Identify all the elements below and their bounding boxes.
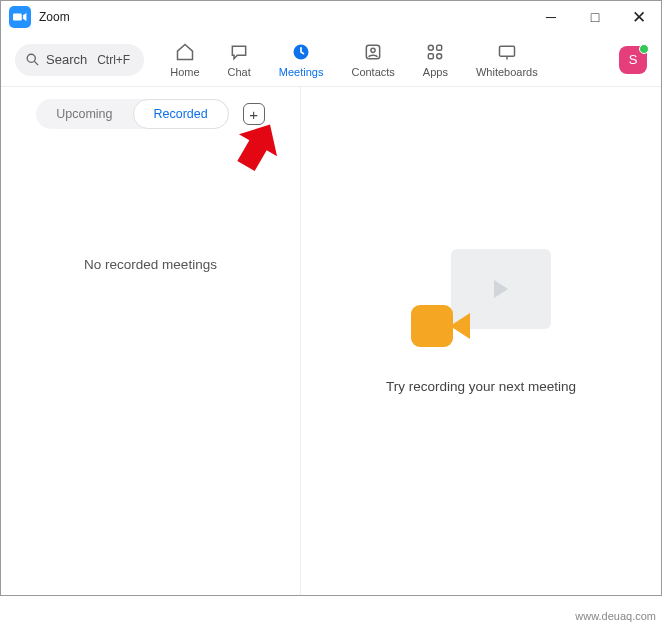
tab-recorded[interactable]: Recorded <box>133 99 229 129</box>
recording-hint: Try recording your next meeting <box>386 379 576 394</box>
left-pane: Upcoming Recorded + No recorded meetings <box>1 87 301 595</box>
apps-icon <box>424 41 446 63</box>
whiteboards-icon <box>496 41 518 63</box>
close-button[interactable]: ✕ <box>617 2 661 32</box>
recording-illustration <box>411 249 551 349</box>
search-shortcut: Ctrl+F <box>97 53 130 67</box>
meetings-icon <box>290 41 312 63</box>
nav-contacts[interactable]: Contacts <box>351 41 394 78</box>
nav-chat[interactable]: Chat <box>228 41 251 78</box>
zoom-app-icon <box>9 6 31 28</box>
svg-rect-10 <box>499 46 514 56</box>
window-title: Zoom <box>39 10 529 24</box>
titlebar: Zoom ─ □ ✕ <box>1 1 661 33</box>
no-recordings-message: No recorded meetings <box>84 257 217 272</box>
toolbar: Search Ctrl+F Home Chat Meetings <box>1 33 661 87</box>
home-icon <box>174 41 196 63</box>
svg-point-1 <box>27 54 35 62</box>
contacts-icon <box>362 41 384 63</box>
svg-rect-0 <box>13 14 22 21</box>
avatar[interactable]: S <box>619 46 647 74</box>
minimize-button[interactable]: ─ <box>529 2 573 32</box>
chat-icon <box>228 41 250 63</box>
add-meeting-button[interactable]: + <box>243 103 265 125</box>
svg-rect-8 <box>429 54 434 59</box>
svg-point-5 <box>371 48 375 52</box>
nav-home[interactable]: Home <box>170 41 199 78</box>
right-pane: Try recording your next meeting <box>301 87 661 595</box>
nav-whiteboards[interactable]: Whiteboards <box>476 41 538 78</box>
meetings-tabs: Upcoming Recorded <box>36 99 228 129</box>
watermark: www.deuaq.com <box>575 610 656 622</box>
nav-apps[interactable]: Apps <box>423 41 448 78</box>
svg-rect-7 <box>437 45 442 50</box>
search-label: Search <box>46 52 87 67</box>
svg-point-6 <box>429 45 434 50</box>
nav-meetings[interactable]: Meetings <box>279 41 324 78</box>
maximize-button[interactable]: □ <box>573 2 617 32</box>
svg-line-2 <box>34 61 38 65</box>
tab-upcoming[interactable]: Upcoming <box>36 99 132 129</box>
search-box[interactable]: Search Ctrl+F <box>15 44 144 76</box>
search-icon <box>25 52 40 67</box>
svg-point-9 <box>437 54 442 59</box>
camera-icon <box>411 303 471 349</box>
